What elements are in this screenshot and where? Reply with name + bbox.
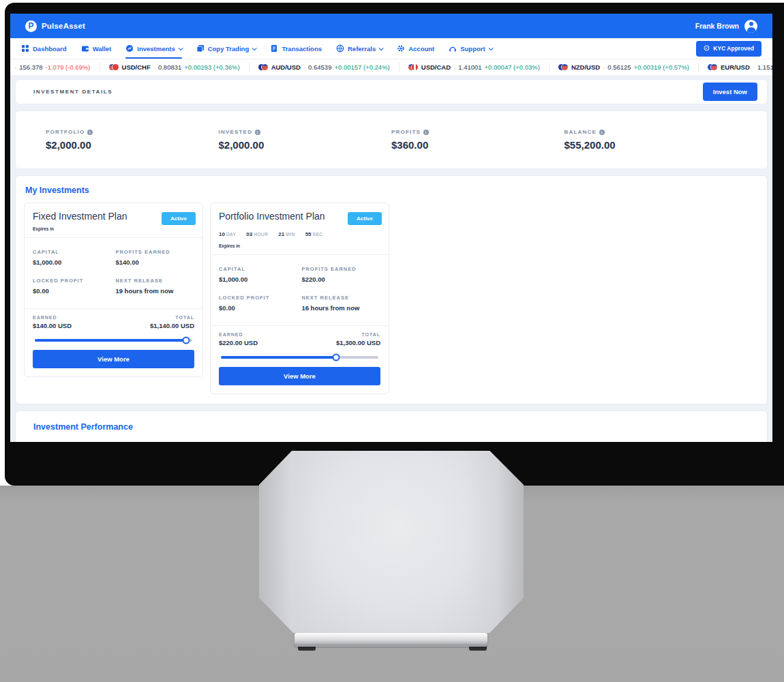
chevron-down-icon — [252, 46, 257, 50]
stat-label: PROFITS — [391, 129, 421, 135]
invest-now-button[interactable]: Invest Now — [703, 83, 757, 101]
stat-portfolio: PORTFOLIO $2,000.00 — [46, 129, 219, 151]
ticker-price: 156.378 — [19, 63, 42, 71]
kyc-badge-icon — [704, 45, 710, 53]
pulseasset-logo-icon: P — [25, 20, 37, 32]
view-more-button[interactable]: View More — [219, 367, 380, 385]
ticker-item: NZD/USD· 0.56125 +0.00319 (+0.57%) — [549, 63, 698, 72]
stat-profits: PROFITS $360.00 — [391, 129, 564, 151]
stat-value: $2,000.00 — [219, 139, 392, 151]
plan-card-portfolio: Portfolio Investment Plan Active 10DAY 0… — [210, 203, 389, 394]
field-label: NEXT RELEASE — [301, 295, 380, 301]
ticker-price: 1.15155 — [757, 63, 772, 71]
gear-icon — [397, 44, 405, 53]
slider-thumb[interactable] — [182, 337, 190, 344]
main-content: INVESTMENT DETAILS Invest Now PORTFOLIO … — [10, 75, 772, 442]
slider-fill — [221, 356, 336, 359]
transactions-list-icon — [270, 44, 278, 53]
my-investments-panel: My Investments Fixed Investment Plan Act… — [15, 175, 768, 404]
progress-slider[interactable] — [221, 356, 378, 359]
field-label: CAPITAL — [219, 266, 301, 272]
field-value: 19 hours from now — [115, 287, 194, 295]
field-label: PROFITS EARNED — [115, 249, 194, 255]
info-icon[interactable] — [255, 130, 260, 135]
nav-label: Referrals — [348, 45, 376, 53]
my-investments-heading: My Investments — [25, 186, 759, 195]
copy-icon — [196, 44, 205, 53]
ticker-price: 1.41001 — [458, 63, 481, 71]
kyc-label: KYC Approved — [713, 45, 754, 52]
status-badge: Active — [162, 212, 196, 225]
countdown-timer: 10DAY 03HOUR 21MIN 55SEC — [219, 226, 380, 239]
user-menu[interactable]: Frank Brown — [695, 20, 757, 33]
stat-balance: BALANCE $55,200.00 — [564, 129, 738, 151]
user-avatar-icon[interactable] — [744, 20, 757, 33]
field-label: CAPITAL — [33, 249, 115, 255]
stat-value: $55,200.00 — [564, 139, 738, 151]
usdchf-flag-icon — [109, 63, 119, 71]
nav-item-dashboard[interactable]: Dashboard — [21, 38, 67, 59]
field-label: NEXT RELEASE — [115, 278, 194, 284]
wallet-icon — [81, 44, 89, 53]
audusd-flag-icon — [258, 63, 269, 71]
field-value: $0.00 — [33, 287, 115, 295]
nav-label: Account — [408, 45, 434, 53]
nav-label: Dashboard — [33, 45, 67, 53]
nav-item-copy-trading[interactable]: Copy Trading — [196, 38, 256, 59]
section-title: INVESTMENT DETAILS — [33, 89, 112, 95]
field-value: $1,000.00 — [219, 276, 301, 283]
globe-icon — [336, 44, 344, 53]
field-value: $1,000.00 — [33, 258, 115, 266]
ticker-pair: EUR/USD — [721, 63, 750, 71]
view-more-button[interactable]: View More — [33, 350, 194, 368]
total-value: $1,300.00 USD — [336, 339, 380, 346]
nav-label: Investments — [137, 45, 175, 53]
brand: P PulseAsset — [25, 20, 85, 32]
app-header: P PulseAsset Frank Brown — [10, 14, 772, 38]
plan-card-fixed: Fixed Investment Plan Active Expires in … — [24, 203, 203, 377]
progress-slider[interactable] — [35, 339, 192, 342]
ticker-pair: AUD/USD — [271, 63, 301, 71]
earned-value: $140.00 USD — [33, 322, 72, 329]
nav-item-transactions[interactable]: Transactions — [270, 38, 322, 59]
kyc-approved-button[interactable]: KYC Approved — [696, 41, 762, 57]
chevron-down-icon — [178, 46, 183, 50]
expires-label: Expires in — [33, 226, 194, 231]
ticker-item: EUR/USD· 1.15155 -0.00114 (-0.10%) — [698, 63, 772, 72]
dashboard-grid-icon — [21, 44, 29, 53]
ticker-pair: NZD/USD — [571, 63, 600, 71]
chevron-down-icon — [379, 46, 384, 50]
info-icon[interactable] — [599, 130, 605, 135]
plan-footer: EARNED$220.00 USD TOTAL$1,300.00 USD Vie… — [211, 326, 389, 394]
nav-item-investments[interactable]: Investments — [125, 38, 181, 59]
ticker-pair: USD/CAD — [421, 63, 451, 71]
expires-label: Expires in — [219, 243, 380, 248]
total-label: TOTAL — [150, 315, 194, 320]
slider-thumb[interactable] — [332, 354, 340, 361]
nav-item-wallet[interactable]: Wallet — [81, 38, 112, 59]
investment-performance-panel: Investment Performance Total Value Retur… — [15, 411, 768, 442]
info-icon[interactable] — [87, 130, 93, 135]
performance-heading: Investment Performance — [33, 422, 759, 432]
ticker-price: 0.56125 — [607, 63, 631, 71]
ticker-price: 0.64539 — [308, 63, 331, 71]
field-value: $0.00 — [219, 304, 301, 312]
earned-value: $220.00 USD — [219, 339, 258, 346]
nav-item-referrals[interactable]: Referrals — [336, 38, 382, 59]
status-badge: Active — [348, 212, 382, 225]
stat-value: $2,000.00 — [46, 139, 219, 151]
slider-fill — [35, 339, 186, 342]
ticker-change: +0.00293 (+0.36%) — [184, 63, 239, 71]
monitor: P PulseAsset Frank Brown Dashboard Walle… — [5, 3, 784, 486]
field-label: PROFITS EARNED — [301, 266, 380, 272]
earned-label: EARNED — [219, 332, 258, 337]
nav-item-account[interactable]: Account — [397, 38, 434, 59]
total-value: $1,140.00 USD — [150, 322, 194, 329]
nav-label: Support — [460, 45, 485, 53]
info-icon[interactable] — [423, 130, 429, 135]
forex-ticker: · 156.378 -1.079 (-0.69%) USD/CHF· 0.808… — [10, 59, 772, 75]
stat-label: INVESTED — [219, 129, 253, 135]
plan-details: CAPITAL$1,000.00 PROFITS EARNED$220.00 L… — [211, 255, 389, 326]
ticker-item: USD/CHF· 0.80831 +0.00293 (+0.36%) — [100, 63, 249, 72]
nav-item-support[interactable]: Support — [449, 38, 492, 59]
